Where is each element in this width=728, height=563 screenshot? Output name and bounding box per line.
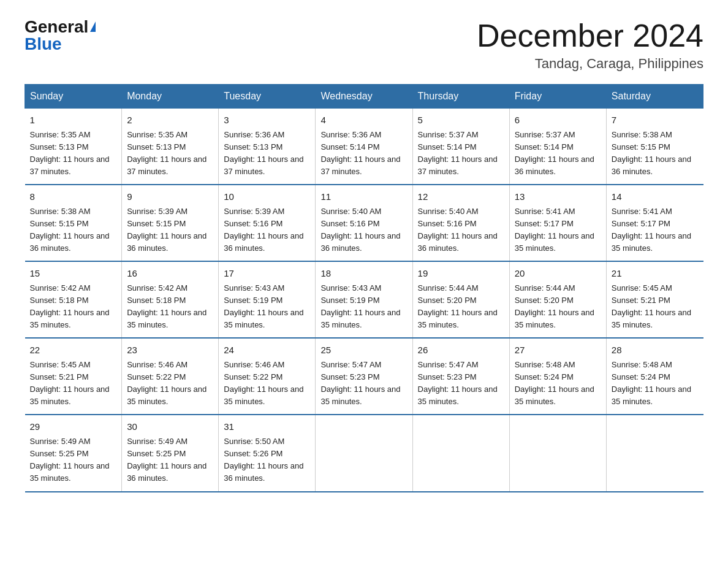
day-number: 9 [127, 190, 213, 204]
day-info: Sunrise: 5:48 AMSunset: 5:24 PMDaylight:… [612, 359, 699, 408]
calendar-cell [509, 415, 606, 491]
day-info: Sunrise: 5:47 AMSunset: 5:23 PMDaylight:… [320, 359, 407, 408]
calendar-cell: 14Sunrise: 5:41 AMSunset: 5:17 PMDayligh… [606, 185, 703, 261]
day-number: 3 [224, 113, 310, 128]
day-info: Sunrise: 5:37 AMSunset: 5:14 PMDaylight:… [515, 129, 601, 178]
day-info: Sunrise: 5:37 AMSunset: 5:14 PMDaylight:… [418, 129, 504, 178]
day-number: 11 [320, 190, 407, 204]
day-info: Sunrise: 5:42 AMSunset: 5:18 PMDaylight:… [127, 282, 213, 332]
calendar-cell: 17Sunrise: 5:43 AMSunset: 5:19 PMDayligh… [219, 261, 316, 338]
calendar-cell: 30Sunrise: 5:49 AMSunset: 5:25 PMDayligh… [122, 415, 219, 491]
day-info: Sunrise: 5:36 AMSunset: 5:13 PMDaylight:… [224, 129, 310, 178]
day-info: Sunrise: 5:38 AMSunset: 5:15 PMDaylight:… [30, 205, 117, 255]
day-number: 6 [515, 113, 601, 128]
header-tuesday: Tuesday [219, 85, 316, 109]
header-saturday: Saturday [606, 85, 703, 109]
title-location: Tandag, Caraga, Philippines [477, 56, 703, 72]
day-number: 22 [30, 343, 117, 358]
calendar-cell: 16Sunrise: 5:42 AMSunset: 5:18 PMDayligh… [122, 261, 219, 338]
calendar-cell: 21Sunrise: 5:45 AMSunset: 5:21 PMDayligh… [606, 261, 703, 338]
day-info: Sunrise: 5:35 AMSunset: 5:13 PMDaylight:… [30, 129, 117, 178]
calendar-cell: 28Sunrise: 5:48 AMSunset: 5:24 PMDayligh… [606, 338, 703, 415]
day-number: 12 [418, 190, 504, 204]
calendar-cell: 25Sunrise: 5:47 AMSunset: 5:23 PMDayligh… [316, 338, 412, 415]
day-info: Sunrise: 5:45 AMSunset: 5:21 PMDaylight:… [30, 359, 117, 408]
logo-text-blue: Blue [25, 34, 62, 53]
day-number: 23 [127, 343, 213, 358]
day-info: Sunrise: 5:40 AMSunset: 5:16 PMDaylight:… [320, 205, 407, 255]
calendar-week-row: 15Sunrise: 5:42 AMSunset: 5:18 PMDayligh… [25, 261, 703, 338]
calendar-cell: 10Sunrise: 5:39 AMSunset: 5:16 PMDayligh… [219, 185, 316, 261]
day-info: Sunrise: 5:41 AMSunset: 5:17 PMDaylight:… [515, 205, 601, 255]
day-info: Sunrise: 5:44 AMSunset: 5:20 PMDaylight:… [418, 282, 504, 332]
day-number: 19 [418, 267, 504, 281]
header-wednesday: Wednesday [316, 85, 412, 109]
calendar-cell: 20Sunrise: 5:44 AMSunset: 5:20 PMDayligh… [509, 261, 606, 338]
calendar-cell [316, 415, 412, 491]
day-number: 4 [320, 113, 407, 128]
day-info: Sunrise: 5:38 AMSunset: 5:15 PMDaylight:… [612, 129, 699, 178]
day-info: Sunrise: 5:49 AMSunset: 5:25 PMDaylight:… [30, 435, 117, 485]
calendar-cell: 26Sunrise: 5:47 AMSunset: 5:23 PMDayligh… [412, 338, 509, 415]
day-number: 20 [515, 267, 601, 281]
day-number: 18 [320, 267, 407, 281]
day-info: Sunrise: 5:42 AMSunset: 5:18 PMDaylight:… [30, 282, 117, 332]
header-friday: Friday [509, 85, 606, 109]
day-info: Sunrise: 5:45 AMSunset: 5:21 PMDaylight:… [612, 282, 699, 332]
calendar-cell: 24Sunrise: 5:46 AMSunset: 5:22 PMDayligh… [219, 338, 316, 415]
day-info: Sunrise: 5:47 AMSunset: 5:23 PMDaylight:… [418, 359, 504, 408]
logo: General Blue [25, 18, 96, 53]
day-number: 25 [320, 343, 407, 358]
day-number: 17 [224, 267, 310, 281]
day-number: 13 [515, 190, 601, 204]
title-block: December 2024 Tandag, Caraga, Philippine… [477, 18, 703, 72]
calendar-week-row: 22Sunrise: 5:45 AMSunset: 5:21 PMDayligh… [25, 338, 703, 415]
day-info: Sunrise: 5:44 AMSunset: 5:20 PMDaylight:… [515, 282, 601, 332]
day-number: 14 [612, 190, 699, 204]
calendar-cell: 7Sunrise: 5:38 AMSunset: 5:15 PMDaylight… [606, 109, 703, 185]
calendar-cell: 15Sunrise: 5:42 AMSunset: 5:18 PMDayligh… [25, 261, 122, 338]
calendar-cell: 13Sunrise: 5:41 AMSunset: 5:17 PMDayligh… [509, 185, 606, 261]
calendar-cell: 1Sunrise: 5:35 AMSunset: 5:13 PMDaylight… [25, 109, 122, 185]
calendar-cell: 19Sunrise: 5:44 AMSunset: 5:20 PMDayligh… [412, 261, 509, 338]
day-info: Sunrise: 5:39 AMSunset: 5:15 PMDaylight:… [127, 205, 213, 255]
day-number: 24 [224, 343, 310, 358]
day-info: Sunrise: 5:40 AMSunset: 5:16 PMDaylight:… [418, 205, 504, 255]
day-number: 1 [30, 113, 117, 128]
title-month-year: December 2024 [477, 18, 703, 53]
day-number: 16 [127, 267, 213, 281]
calendar-table: SundayMondayTuesdayWednesdayThursdayFrid… [25, 84, 703, 492]
day-number: 8 [30, 190, 117, 204]
day-info: Sunrise: 5:46 AMSunset: 5:22 PMDaylight:… [224, 359, 310, 408]
day-info: Sunrise: 5:43 AMSunset: 5:19 PMDaylight:… [224, 282, 310, 332]
day-info: Sunrise: 5:46 AMSunset: 5:22 PMDaylight:… [127, 359, 213, 408]
day-number: 29 [30, 420, 117, 434]
header-monday: Monday [122, 85, 219, 109]
calendar-cell: 18Sunrise: 5:43 AMSunset: 5:19 PMDayligh… [316, 261, 412, 338]
calendar-cell: 8Sunrise: 5:38 AMSunset: 5:15 PMDaylight… [25, 185, 122, 261]
day-number: 10 [224, 190, 310, 204]
calendar-cell: 27Sunrise: 5:48 AMSunset: 5:24 PMDayligh… [509, 338, 606, 415]
day-number: 2 [127, 113, 213, 128]
calendar-cell [412, 415, 509, 491]
calendar-cell: 3Sunrise: 5:36 AMSunset: 5:13 PMDaylight… [219, 109, 316, 185]
day-info: Sunrise: 5:35 AMSunset: 5:13 PMDaylight:… [127, 129, 213, 178]
day-number: 21 [612, 267, 699, 281]
day-info: Sunrise: 5:43 AMSunset: 5:19 PMDaylight:… [320, 282, 407, 332]
calendar-week-row: 8Sunrise: 5:38 AMSunset: 5:15 PMDaylight… [25, 185, 703, 261]
day-number: 5 [418, 113, 504, 128]
day-number: 30 [127, 420, 213, 434]
day-number: 7 [612, 113, 699, 128]
calendar-cell: 5Sunrise: 5:37 AMSunset: 5:14 PMDaylight… [412, 109, 509, 185]
day-number: 31 [224, 420, 310, 434]
header-sunday: Sunday [25, 85, 122, 109]
day-number: 28 [612, 343, 699, 358]
day-info: Sunrise: 5:39 AMSunset: 5:16 PMDaylight:… [224, 205, 310, 255]
day-number: 27 [515, 343, 601, 358]
day-info: Sunrise: 5:48 AMSunset: 5:24 PMDaylight:… [515, 359, 601, 408]
day-number: 15 [30, 267, 117, 281]
calendar-cell [606, 415, 703, 491]
page-header: General Blue December 2024 Tandag, Carag… [25, 18, 703, 72]
day-number: 26 [418, 343, 504, 358]
header-thursday: Thursday [412, 85, 509, 109]
